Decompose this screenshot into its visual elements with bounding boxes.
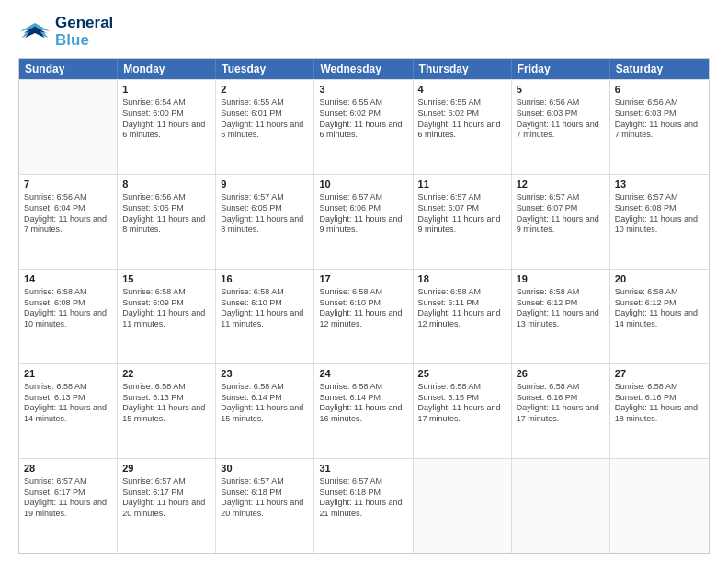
weekday-header-wednesday: Wednesday — [314, 59, 413, 79]
cell-info: Sunrise: 6:58 AM Sunset: 6:12 PM Dayligh… — [615, 287, 704, 330]
cell-info: Sunrise: 6:58 AM Sunset: 6:13 PM Dayligh… — [122, 382, 210, 425]
calendar-row-0: 1Sunrise: 6:54 AM Sunset: 6:00 PM Daylig… — [19, 79, 709, 174]
day-number: 15 — [122, 272, 210, 286]
weekday-header-tuesday: Tuesday — [216, 59, 314, 79]
cell-info: Sunrise: 6:56 AM Sunset: 6:03 PM Dayligh… — [517, 98, 605, 141]
day-number: 20 — [615, 272, 704, 286]
cal-cell-4-1: 29Sunrise: 6:57 AM Sunset: 6:17 PM Dayli… — [118, 459, 216, 553]
day-number: 12 — [517, 178, 605, 191]
day-number: 4 — [418, 83, 506, 97]
cell-info: Sunrise: 6:56 AM Sunset: 6:04 PM Dayligh… — [24, 192, 112, 236]
weekday-header-friday: Friday — [512, 59, 610, 79]
day-number: 31 — [319, 462, 407, 476]
cell-info: Sunrise: 6:58 AM Sunset: 6:10 PM Dayligh… — [221, 287, 309, 330]
day-number: 2 — [221, 83, 309, 97]
cal-cell-2-1: 15Sunrise: 6:58 AM Sunset: 6:09 PM Dayli… — [118, 270, 216, 363]
cell-info: Sunrise: 6:57 AM Sunset: 6:18 PM Dayligh… — [221, 477, 309, 520]
day-number: 24 — [319, 367, 407, 381]
weekday-header-saturday: Saturday — [610, 59, 709, 79]
cell-info: Sunrise: 6:58 AM Sunset: 6:12 PM Dayligh… — [517, 287, 605, 330]
cal-cell-4-5 — [512, 459, 610, 553]
calendar-header: SundayMondayTuesdayWednesdayThursdayFrid… — [19, 59, 709, 79]
day-number: 1 — [122, 83, 210, 97]
cal-cell-0-6: 6Sunrise: 6:56 AM Sunset: 6:03 PM Daylig… — [610, 80, 709, 174]
logo-text: General Blue — [55, 15, 113, 49]
cal-cell-3-6: 27Sunrise: 6:58 AM Sunset: 6:16 PM Dayli… — [610, 364, 709, 458]
header: General Blue — [18, 15, 710, 49]
cell-info: Sunrise: 6:58 AM Sunset: 6:11 PM Dayligh… — [418, 287, 506, 330]
day-number: 17 — [319, 272, 407, 286]
calendar-row-2: 14Sunrise: 6:58 AM Sunset: 6:08 PM Dayli… — [19, 269, 709, 363]
calendar-row-3: 21Sunrise: 6:58 AM Sunset: 6:13 PM Dayli… — [19, 363, 709, 458]
cal-cell-4-4 — [414, 459, 512, 553]
cell-info: Sunrise: 6:58 AM Sunset: 6:14 PM Dayligh… — [319, 382, 407, 425]
cal-cell-0-4: 4Sunrise: 6:55 AM Sunset: 6:02 PM Daylig… — [414, 80, 512, 174]
cell-info: Sunrise: 6:55 AM Sunset: 6:01 PM Dayligh… — [221, 98, 309, 141]
calendar: SundayMondayTuesdayWednesdayThursdayFrid… — [18, 58, 710, 554]
day-number: 26 — [517, 367, 605, 381]
day-number: 13 — [615, 178, 704, 191]
calendar-row-4: 28Sunrise: 6:57 AM Sunset: 6:17 PM Dayli… — [19, 458, 709, 553]
cal-cell-4-2: 30Sunrise: 6:57 AM Sunset: 6:18 PM Dayli… — [216, 459, 314, 553]
cell-info: Sunrise: 6:57 AM Sunset: 6:17 PM Dayligh… — [122, 477, 210, 520]
cell-info: Sunrise: 6:57 AM Sunset: 6:08 PM Dayligh… — [615, 192, 704, 236]
cell-info: Sunrise: 6:54 AM Sunset: 6:00 PM Dayligh… — [122, 98, 210, 141]
cal-cell-1-3: 10Sunrise: 6:57 AM Sunset: 6:06 PM Dayli… — [314, 175, 413, 269]
cal-cell-2-6: 20Sunrise: 6:58 AM Sunset: 6:12 PM Dayli… — [610, 270, 709, 363]
cal-cell-1-6: 13Sunrise: 6:57 AM Sunset: 6:08 PM Dayli… — [610, 175, 709, 269]
cell-info: Sunrise: 6:56 AM Sunset: 6:05 PM Dayligh… — [122, 192, 210, 236]
cal-cell-3-0: 21Sunrise: 6:58 AM Sunset: 6:13 PM Dayli… — [19, 364, 118, 458]
cal-cell-0-3: 3Sunrise: 6:55 AM Sunset: 6:02 PM Daylig… — [314, 80, 413, 174]
cell-info: Sunrise: 6:58 AM Sunset: 6:15 PM Dayligh… — [418, 382, 506, 425]
cal-cell-2-5: 19Sunrise: 6:58 AM Sunset: 6:12 PM Dayli… — [512, 270, 610, 363]
cell-info: Sunrise: 6:58 AM Sunset: 6:13 PM Dayligh… — [24, 382, 112, 425]
day-number: 6 — [615, 83, 704, 97]
day-number: 11 — [418, 178, 506, 191]
day-number: 7 — [24, 178, 112, 191]
cell-info: Sunrise: 6:58 AM Sunset: 6:16 PM Dayligh… — [517, 382, 605, 425]
day-number: 5 — [517, 83, 605, 97]
cal-cell-4-6 — [610, 459, 709, 553]
day-number: 22 — [122, 367, 210, 381]
day-number: 29 — [122, 462, 210, 476]
day-number: 23 — [221, 367, 309, 381]
cal-cell-2-0: 14Sunrise: 6:58 AM Sunset: 6:08 PM Dayli… — [19, 270, 118, 363]
cell-info: Sunrise: 6:56 AM Sunset: 6:03 PM Dayligh… — [615, 98, 704, 141]
calendar-body: 1Sunrise: 6:54 AM Sunset: 6:00 PM Daylig… — [19, 79, 709, 553]
day-number: 19 — [517, 272, 605, 286]
cal-cell-3-1: 22Sunrise: 6:58 AM Sunset: 6:13 PM Dayli… — [118, 364, 216, 458]
cell-info: Sunrise: 6:57 AM Sunset: 6:05 PM Dayligh… — [221, 192, 309, 236]
weekday-header-monday: Monday — [118, 59, 216, 79]
day-number: 21 — [24, 367, 112, 381]
logo: General Blue — [18, 15, 113, 49]
cell-info: Sunrise: 6:57 AM Sunset: 6:07 PM Dayligh… — [517, 192, 605, 236]
day-number: 9 — [221, 178, 309, 191]
day-number: 25 — [418, 367, 506, 381]
cal-cell-0-1: 1Sunrise: 6:54 AM Sunset: 6:00 PM Daylig… — [118, 80, 216, 174]
day-number: 14 — [24, 272, 112, 286]
cell-info: Sunrise: 6:58 AM Sunset: 6:09 PM Dayligh… — [122, 287, 210, 330]
logo-bird-icon — [18, 19, 51, 45]
day-number: 10 — [319, 178, 407, 191]
day-number: 8 — [122, 178, 210, 191]
cal-cell-0-2: 2Sunrise: 6:55 AM Sunset: 6:01 PM Daylig… — [216, 80, 314, 174]
cell-info: Sunrise: 6:55 AM Sunset: 6:02 PM Dayligh… — [319, 98, 407, 141]
cal-cell-3-2: 23Sunrise: 6:58 AM Sunset: 6:14 PM Dayli… — [216, 364, 314, 458]
cell-info: Sunrise: 6:55 AM Sunset: 6:02 PM Dayligh… — [418, 98, 506, 141]
cal-cell-3-3: 24Sunrise: 6:58 AM Sunset: 6:14 PM Dayli… — [314, 364, 413, 458]
cal-cell-2-2: 16Sunrise: 6:58 AM Sunset: 6:10 PM Dayli… — [216, 270, 314, 363]
cal-cell-3-5: 26Sunrise: 6:58 AM Sunset: 6:16 PM Dayli… — [512, 364, 610, 458]
day-number: 27 — [615, 367, 704, 381]
day-number: 28 — [24, 462, 112, 476]
cal-cell-2-4: 18Sunrise: 6:58 AM Sunset: 6:11 PM Dayli… — [414, 270, 512, 363]
day-number: 18 — [418, 272, 506, 286]
cell-info: Sunrise: 6:57 AM Sunset: 6:17 PM Dayligh… — [24, 477, 112, 520]
day-number: 30 — [221, 462, 309, 476]
cell-info: Sunrise: 6:57 AM Sunset: 6:18 PM Dayligh… — [319, 477, 407, 520]
cal-cell-1-2: 9Sunrise: 6:57 AM Sunset: 6:05 PM Daylig… — [216, 175, 314, 269]
cal-cell-2-3: 17Sunrise: 6:58 AM Sunset: 6:10 PM Dayli… — [314, 270, 413, 363]
cal-cell-4-0: 28Sunrise: 6:57 AM Sunset: 6:17 PM Dayli… — [19, 459, 118, 553]
cell-info: Sunrise: 6:57 AM Sunset: 6:07 PM Dayligh… — [418, 192, 506, 236]
page: General Blue SundayMondayTuesdayWednesda… — [0, 0, 728, 563]
cal-cell-1-1: 8Sunrise: 6:56 AM Sunset: 6:05 PM Daylig… — [118, 175, 216, 269]
